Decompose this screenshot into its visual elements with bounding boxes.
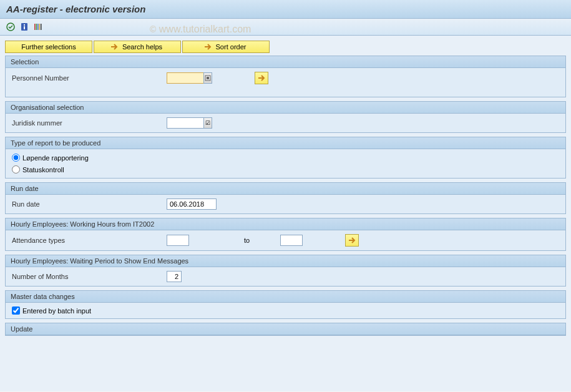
search-help-icon (205, 75, 211, 81)
batch-input-checkbox-row[interactable]: Entered by batch input (12, 306, 559, 315)
attendance-types-label: Attendance types (12, 237, 162, 244)
group-update: Update (5, 323, 566, 336)
group-run-date: Run date Run date (5, 182, 566, 214)
personnel-number-input[interactable] (167, 72, 204, 84)
svg-rect-8 (41, 24, 42, 30)
multi-select-button[interactable] (255, 72, 268, 84)
svg-rect-3 (24, 26, 25, 29)
title-bar: AA-register - electronic version (0, 0, 571, 19)
execute-icon[interactable] (5, 21, 16, 32)
svg-rect-7 (39, 24, 41, 30)
radio-lopende[interactable]: Løpende rapportering (12, 153, 559, 162)
dropdown-button[interactable]: ☑ (203, 117, 212, 129)
radio-statuskontroll[interactable]: Statuskontroll (12, 165, 559, 174)
arrow-right-icon (257, 74, 266, 82)
radio-input[interactable] (12, 165, 20, 174)
attendance-from-input[interactable] (167, 235, 189, 246)
barcode-icon[interactable] (32, 21, 44, 32)
group-title: Selection (6, 56, 565, 68)
group-selection: Selection Personnel Number (5, 56, 566, 97)
check-icon: ☑ (205, 120, 210, 126)
btn-label: Further selections (21, 43, 76, 51)
search-helps-button[interactable]: Search helps (94, 41, 181, 53)
group-title: Master data changes (6, 291, 565, 303)
svg-rect-2 (24, 24, 25, 26)
group-org-selection: Organisational selection Juridisk nummer… (5, 101, 566, 133)
action-buttons: Further selections Search helps Sort ord… (5, 41, 566, 53)
app-toolbar (0, 19, 571, 36)
group-title: Type of report to be produced (6, 137, 565, 149)
radio-label: Statuskontroll (22, 166, 64, 174)
btn-label: Search helps (122, 43, 162, 51)
run-date-label: Run date (12, 200, 162, 208)
juridisk-label: Juridisk nummer (12, 119, 162, 127)
group-hourly-wait: Hourly Employees: Waiting Period to Show… (5, 255, 566, 287)
arrow-right-icon (203, 43, 212, 51)
svg-rect-6 (37, 24, 39, 30)
personnel-number-label: Personnel Number (12, 74, 162, 82)
group-title: Update (6, 323, 565, 335)
run-date-input[interactable] (167, 198, 217, 210)
months-label: Number of Months (12, 273, 162, 280)
to-label: to (244, 237, 275, 244)
main-content: Further selections Search helps Sort ord… (0, 36, 571, 391)
months-input[interactable] (167, 271, 182, 282)
group-title: Hourly Employees: Working Hours from IT2… (6, 218, 565, 230)
svg-rect-10 (207, 77, 209, 79)
svg-rect-4 (34, 24, 36, 30)
juridisk-input[interactable] (167, 117, 204, 129)
multi-select-button[interactable] (345, 234, 359, 247)
info-icon[interactable] (19, 21, 30, 32)
f4-help-button[interactable] (203, 72, 212, 84)
svg-rect-5 (36, 24, 37, 30)
btn-label: Sort order (216, 43, 246, 51)
radio-input[interactable] (12, 154, 20, 162)
batch-checkbox[interactable] (12, 306, 20, 315)
arrow-right-icon (348, 237, 356, 244)
group-title: Organisational selection (6, 102, 565, 114)
arrow-right-icon (110, 43, 119, 51)
group-report-type: Type of report to be produced Løpende ra… (5, 137, 566, 179)
radio-label: Løpende rapportering (22, 154, 89, 162)
group-title: Run date (6, 183, 565, 195)
sort-order-button[interactable]: Sort order (182, 41, 270, 53)
group-title: Hourly Employees: Waiting Period to Show… (6, 255, 565, 267)
group-hourly-hours: Hourly Employees: Working Hours from IT2… (5, 218, 566, 251)
attendance-to-input[interactable] (280, 235, 303, 246)
checkbox-label: Entered by batch input (22, 307, 91, 315)
group-master-data: Master data changes Entered by batch inp… (5, 290, 566, 319)
page-title: AA-register - electronic version (6, 4, 145, 14)
further-selections-button[interactable]: Further selections (5, 41, 92, 53)
